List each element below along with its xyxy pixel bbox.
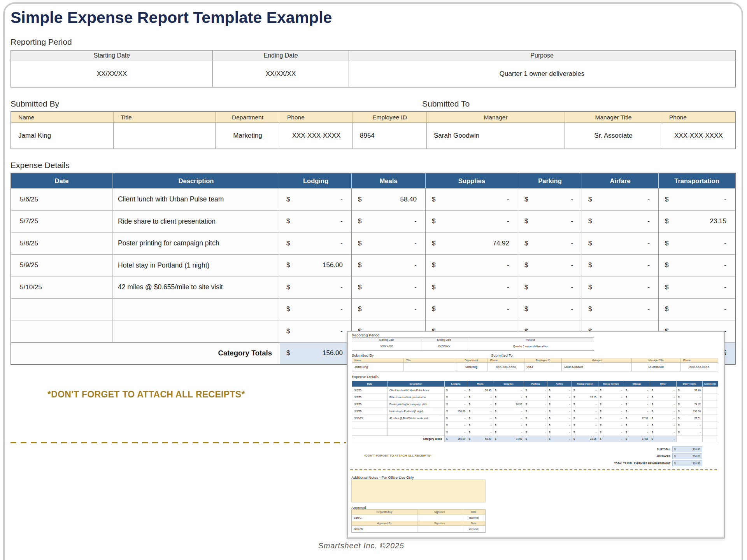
amount-value: 156.00 <box>693 410 701 413</box>
submitted-by-label: Submitted By <box>11 99 59 108</box>
currency-symbol: $ <box>446 396 448 399</box>
amount-cell: $- <box>624 408 650 415</box>
amount-value: 58.40 <box>485 438 491 440</box>
amount-value: - <box>569 417 570 420</box>
amount-value: - <box>507 284 509 291</box>
currency-symbol: $ <box>600 417 601 420</box>
description-cell <box>388 429 445 436</box>
currency-symbol: $ <box>652 417 653 420</box>
description-cell: Hotel stay in Portland (1 night) <box>112 254 280 276</box>
column-header: Manager <box>562 358 632 363</box>
amount-value: 74.92 <box>516 438 522 440</box>
amount-value: - <box>521 410 522 413</box>
amount-cell: $- <box>280 320 352 342</box>
amount-cell: $- <box>445 401 467 408</box>
description-cell: Poster printing for campaign pitch <box>112 232 280 254</box>
gold-dashed-divider <box>11 442 346 443</box>
amount-cell: $- <box>598 429 624 436</box>
currency-symbol: $ <box>495 403 496 406</box>
amount-value: - <box>465 417 465 420</box>
amount-value: - <box>674 396 675 399</box>
date-cell <box>352 422 388 429</box>
currency-symbol: $ <box>588 217 592 225</box>
currency-symbol: $ <box>446 424 448 427</box>
comment-cell <box>703 401 718 408</box>
comment-cell <box>703 408 718 415</box>
currency-symbol: $ <box>286 261 290 269</box>
currency-symbol: $ <box>469 417 470 420</box>
currency-symbol: $ <box>665 240 668 247</box>
amount-value: 58.40 <box>485 389 491 392</box>
amount-cell: $- <box>518 232 582 254</box>
amount-value: - <box>414 305 417 313</box>
inset-receipts-reminder-note: *DON'T FORGET TO ATTACH ALL RECEIPTS* <box>364 454 431 457</box>
amount-cell: $- <box>426 210 518 233</box>
currency-symbol: $ <box>524 240 528 247</box>
currency-symbol: $ <box>678 396 680 399</box>
value-cell: Jamal King <box>352 363 404 371</box>
amount-cell: $74.92 <box>426 232 518 254</box>
amount-value: - <box>545 403 545 406</box>
amount-value: - <box>621 403 622 406</box>
amount-cell: $- <box>547 415 572 422</box>
amount-value: - <box>647 431 648 434</box>
amount-cell: $- <box>493 429 524 436</box>
amount-value: - <box>621 396 622 399</box>
inset-summary-block: SUBTOTAL$316.83ADVANCES$200.00TOTAL TRAV… <box>503 446 702 467</box>
value-cell: Marketing <box>216 123 280 149</box>
value-cell: XXX-XXX-XXXX <box>280 123 353 149</box>
daily-total-cell: $- <box>677 394 703 401</box>
description-cell: Poster printing for campaign pitch <box>388 401 445 408</box>
amount-cell: $- <box>598 415 624 422</box>
amount-cell: $- <box>467 415 493 422</box>
daily-total-cell: $156.00 <box>677 408 703 415</box>
currency-symbol: $ <box>626 410 627 413</box>
category-total-cell: $- <box>650 436 677 442</box>
amount-cell: $- <box>598 408 624 415</box>
amount-cell: $- <box>352 276 426 298</box>
value-cell: XX/XX/XX <box>11 61 213 87</box>
amount-cell: $27.51 <box>624 415 650 422</box>
category-total-cell: $- <box>598 436 624 442</box>
amount-value: - <box>724 305 726 313</box>
amount-cell: $- <box>547 394 572 401</box>
inset-reporting-period-label: Reporting Period <box>352 333 379 337</box>
amount-cell: $- <box>598 401 624 408</box>
amount-cell: $- <box>280 232 352 254</box>
amount-value: - <box>569 396 570 399</box>
value-cell: XXX-XXX-XXXX <box>681 363 718 371</box>
column-header: Date <box>11 173 112 188</box>
column-header: Date <box>352 381 388 387</box>
comment-cell <box>703 422 718 429</box>
comment-cell <box>703 387 718 394</box>
description-cell: 42 miles @ $0.655/mile to site visit <box>112 276 280 298</box>
currency-symbol: $ <box>678 410 680 413</box>
amount-value: - <box>571 217 573 225</box>
column-header: Phone <box>662 112 735 123</box>
amount-value: - <box>465 396 465 399</box>
amount-value: - <box>647 305 650 313</box>
currency-symbol: $ <box>446 438 448 440</box>
column-header: Ending Date <box>421 338 467 342</box>
currency-symbol: $ <box>626 403 627 406</box>
currency-symbol: $ <box>665 196 668 203</box>
currency-symbol: $ <box>652 396 653 399</box>
amount-cell: $- <box>524 422 547 429</box>
amount-cell: $- <box>598 387 624 394</box>
currency-symbol: $ <box>573 410 575 413</box>
amount-value: 74.92 <box>694 403 701 406</box>
amount-value: 23.15 <box>590 396 596 399</box>
date-cell: 5/7/25 <box>11 210 112 233</box>
amount-value: - <box>507 261 509 269</box>
description-cell <box>388 422 445 429</box>
summary-label: SUBTOTAL <box>657 448 670 451</box>
amount-value: - <box>674 431 675 434</box>
approval-value-cell: Bert G. <box>352 514 417 521</box>
currency-symbol: $ <box>526 417 527 420</box>
column-header: Ending Date <box>213 51 349 61</box>
date-cell: 5/8/25 <box>352 401 388 408</box>
amount-cell: $- <box>650 429 677 436</box>
amount-cell: $- <box>518 188 582 210</box>
reporting-period-table: Starting DateEnding DatePurposeXX/XX/XXX… <box>11 50 736 88</box>
value-cell <box>114 123 216 149</box>
